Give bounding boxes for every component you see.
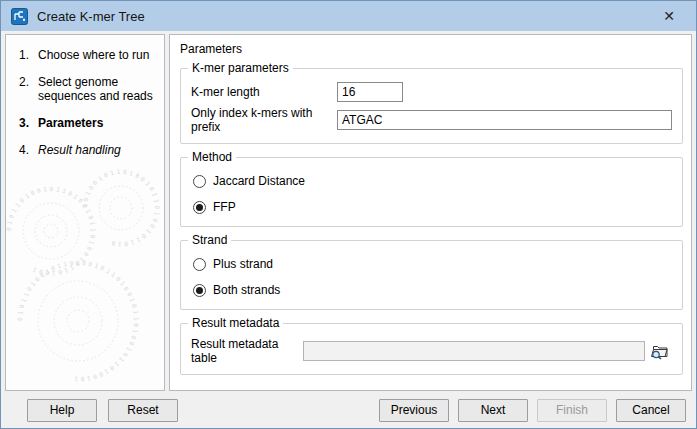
step-label: Select genome sequences and reads (38, 75, 158, 103)
dialog-button-bar: Help Reset Previous Next Finish Cancel (1, 392, 696, 428)
wizard-step-select-genome-sequences: 2. Select genome sequences and reads (19, 75, 158, 103)
radio-label[interactable]: Plus strand (213, 257, 273, 271)
reset-button[interactable]: Reset (108, 399, 178, 422)
finish-button: Finish (537, 399, 607, 422)
previous-button[interactable]: Previous (379, 399, 449, 422)
kmer-prefix-row: Only index k-mers with prefix (191, 106, 672, 134)
next-button[interactable]: Next (458, 399, 528, 422)
wizard-steps-panel: 1. Choose where to run 2. Select genome … (5, 34, 165, 391)
panel-header: Parameters (180, 42, 683, 56)
result-metadata-row: Result metadata table (191, 337, 672, 365)
step-number: 3. (19, 116, 38, 130)
folder-search-icon[interactable] (648, 340, 672, 362)
kmer-prefix-label: Only index k-mers with prefix (191, 106, 337, 134)
close-icon[interactable]: ✕ (652, 1, 686, 31)
group-method: Method Jaccard Distance FFP (180, 157, 683, 227)
group-title: Strand (188, 233, 231, 247)
help-button[interactable]: Help (27, 399, 97, 422)
kmer-length-row: K-mer length (191, 82, 672, 102)
radio-label[interactable]: FFP (213, 200, 236, 214)
parameters-panel: Parameters K-mer parameters K-mer length… (169, 34, 692, 391)
radio-icon[interactable] (193, 175, 206, 188)
result-metadata-table-input[interactable] (303, 341, 645, 361)
radio-jaccard-distance[interactable]: Jaccard Distance (193, 174, 672, 188)
radio-icon[interactable] (193, 201, 206, 214)
kmer-length-input[interactable] (337, 82, 403, 102)
step-label: Choose where to run (38, 48, 158, 62)
radio-icon[interactable] (193, 258, 206, 271)
step-label: Parameters (38, 116, 158, 130)
svg-text:010110100101101001011010010110: 0101101001011010010110100101101001 (6, 185, 97, 277)
spiral-watermark: 0101101001011010010110100101101001 10100… (6, 156, 165, 386)
cancel-button[interactable]: Cancel (616, 399, 686, 422)
radio-label[interactable]: Both strands (213, 283, 280, 297)
radio-ffp[interactable]: FFP (193, 200, 672, 214)
window-title: Create K-mer Tree (37, 9, 145, 24)
left-button-group: Help Reset (27, 399, 178, 422)
wizard-step-result-handling: 4. Result handling (19, 143, 158, 157)
group-result-metadata: Result metadata Result metadata table (180, 323, 683, 375)
group-title: Method (188, 150, 236, 164)
step-number: 1. (19, 48, 38, 62)
group-title: K-mer parameters (188, 61, 293, 75)
group-title: Result metadata (188, 316, 283, 330)
create-kmer-tree-dialog: Create K-mer Tree ✕ 1. Choose where to r… (0, 0, 697, 429)
step-number: 2. (19, 75, 38, 103)
kmer-prefix-input[interactable] (337, 110, 672, 130)
radio-label[interactable]: Jaccard Distance (213, 174, 305, 188)
right-button-group: Previous Next Finish Cancel (379, 399, 686, 422)
group-strand: Strand Plus strand Both strands (180, 240, 683, 310)
wizard-step-choose-where-to-run: 1. Choose where to run (19, 48, 158, 62)
radio-both-strands[interactable]: Both strands (193, 283, 672, 297)
group-kmer-parameters: K-mer parameters K-mer length Only index… (180, 68, 683, 144)
step-label: Result handling (38, 143, 158, 157)
title-bar[interactable]: Create K-mer Tree ✕ (1, 1, 696, 31)
step-number: 4. (19, 143, 38, 157)
result-metadata-table-label: Result metadata table (191, 337, 303, 365)
radio-icon[interactable] (193, 284, 206, 297)
wizard-step-list: 1. Choose where to run 2. Select genome … (6, 35, 164, 157)
kmer-length-label: K-mer length (191, 85, 337, 99)
app-icon (11, 8, 28, 25)
svg-text:1010010110100101101001011010: 1010010110100101101001011010 (81, 168, 161, 248)
radio-plus-strand[interactable]: Plus strand (193, 257, 672, 271)
wizard-step-parameters: 3. Parameters (19, 116, 158, 130)
svg-text:010110100101101001011010010110: 0101101001011010010110100101101001011010… (16, 259, 140, 383)
